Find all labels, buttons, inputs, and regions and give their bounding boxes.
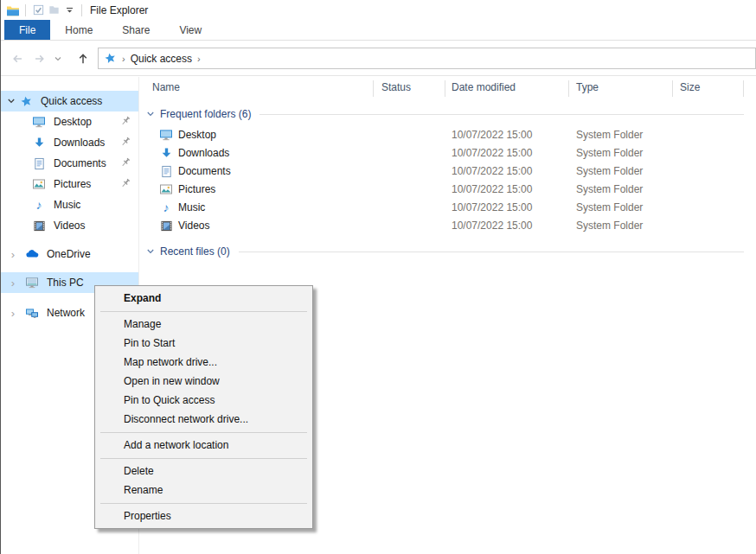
onedrive-icon — [25, 247, 39, 261]
sidebar-item-label: Music — [54, 199, 80, 211]
column-resize-handle[interactable] — [373, 80, 374, 97]
column-header-size[interactable]: Size — [680, 81, 700, 93]
menu-separator — [95, 429, 312, 436]
file-row-downloads[interactable]: Downloads 10/07/2022 15:00 System Folder — [139, 144, 756, 162]
file-date-modified: 10/07/2022 15:00 — [452, 165, 532, 177]
menu-item-manage[interactable]: Manage — [95, 315, 312, 334]
file-explorer-window: File Explorer File Home Share View — [0, 0, 756, 554]
breadcrumb-chevron-icon[interactable]: › — [122, 54, 125, 64]
column-resize-handle[interactable] — [743, 80, 744, 97]
sidebar-item-videos[interactable]: Videos — [1, 215, 138, 236]
breadcrumb-chevron-icon[interactable]: › — [197, 54, 201, 64]
column-resize-handle[interactable] — [568, 80, 569, 97]
menu-item-open-in-new-window[interactable]: Open in new window — [95, 372, 312, 391]
file-row-documents[interactable]: Documents 10/07/2022 15:00 System Folder — [139, 162, 756, 181]
chevron-right-icon[interactable]: › — [7, 307, 19, 320]
menu-item-map-network-drive[interactable]: Map network drive... — [95, 353, 312, 372]
desktop-icon — [32, 115, 46, 129]
tab-home[interactable]: Home — [50, 20, 107, 40]
file-name: Desktop — [178, 129, 216, 141]
chevron-right-icon[interactable]: › — [7, 248, 19, 261]
ribbon-tab-strip: File Home Share View — [1, 20, 756, 41]
menu-item-expand[interactable]: Expand — [95, 289, 312, 308]
sidebar-item-documents[interactable]: Documents — [1, 153, 138, 174]
file-type: System Folder — [576, 201, 643, 213]
sidebar-item-downloads[interactable]: Downloads — [1, 132, 138, 153]
group-header-frequent-folders[interactable]: Frequent folders (6) — [146, 105, 756, 123]
titlebar-separator — [25, 4, 26, 16]
column-resize-handle[interactable] — [672, 80, 673, 97]
group-header-label: Recent files (0) — [160, 245, 230, 258]
documents-icon — [32, 156, 46, 170]
back-icon[interactable] — [6, 48, 29, 70]
tab-view[interactable]: View — [164, 20, 216, 40]
menu-item-add-network-location[interactable]: Add a network location — [95, 436, 312, 455]
music-icon: ♪ — [159, 201, 173, 214]
menu-item-pin-to-start[interactable]: Pin to Start — [95, 334, 312, 353]
sidebar-item-label: Network — [47, 307, 85, 319]
forward-icon[interactable] — [29, 48, 51, 70]
desktop-icon — [159, 128, 173, 142]
breadcrumb-quick-access[interactable]: Quick access — [131, 53, 192, 65]
new-folder-icon[interactable] — [46, 3, 61, 18]
window-title: File Explorer — [90, 4, 148, 16]
column-header-row: Name Status Date modified Type Size — [139, 77, 756, 99]
address-bar[interactable]: › Quick access › — [98, 48, 756, 69]
sidebar-item-pictures[interactable]: Pictures — [1, 174, 138, 194]
file-date-modified: 10/07/2022 15:00 — [452, 220, 532, 232]
file-row-videos[interactable]: Videos 10/07/2022 15:00 System Folder — [139, 217, 756, 235]
group-header-recent-files[interactable]: Recent files (0) — [146, 243, 756, 260]
music-icon: ♪ — [32, 198, 46, 212]
quick-access-star-icon — [104, 52, 117, 65]
tab-share[interactable]: Share — [107, 20, 164, 40]
column-header-type[interactable]: Type — [576, 81, 599, 93]
column-header-status[interactable]: Status — [381, 81, 411, 93]
network-icon — [25, 306, 39, 320]
titlebar-separator — [81, 4, 82, 16]
pin-icon[interactable] — [119, 177, 131, 189]
file-type: System Folder — [576, 147, 643, 159]
menu-item-properties[interactable]: Properties — [95, 506, 312, 525]
file-name: Music — [178, 201, 205, 213]
menu-item-delete[interactable]: Delete — [95, 462, 312, 481]
file-type: System Folder — [576, 165, 643, 177]
chevron-right-icon[interactable]: › — [7, 277, 19, 290]
sidebar-item-label: This PC — [47, 277, 84, 289]
downloads-icon — [159, 146, 173, 160]
menu-separator — [95, 308, 312, 315]
column-resize-handle[interactable] — [445, 80, 445, 97]
sidebar-item-label: Downloads — [54, 137, 105, 149]
recent-locations-chevron-icon[interactable] — [51, 48, 65, 70]
tab-file[interactable]: File — [4, 20, 50, 40]
chevron-down-icon — [146, 110, 155, 118]
videos-icon — [32, 219, 46, 232]
chevron-down-icon — [146, 247, 155, 256]
file-row-desktop[interactable]: Desktop 10/07/2022 15:00 System Folder — [139, 126, 756, 144]
sidebar-item-desktop[interactable]: Desktop — [1, 111, 138, 132]
file-row-music[interactable]: ♪ Music 10/07/2022 15:00 System Folder — [139, 199, 756, 217]
pin-icon[interactable] — [119, 115, 131, 127]
title-bar: File Explorer — [1, 0, 756, 20]
column-header-date-modified[interactable]: Date modified — [452, 81, 516, 93]
quick-access-star-icon — [19, 94, 33, 108]
file-row-pictures[interactable]: Pictures 10/07/2022 15:00 System Folder — [139, 181, 756, 199]
qat-dropdown-icon[interactable] — [61, 3, 77, 18]
chevron-down-icon[interactable] — [7, 97, 19, 105]
menu-item-rename[interactable]: Rename — [95, 481, 312, 500]
context-menu-this-pc: Expand Manage Pin to Start Map network d… — [94, 285, 313, 529]
file-type: System Folder — [576, 220, 643, 232]
pin-icon[interactable] — [119, 136, 131, 148]
file-type: System Folder — [576, 183, 643, 195]
column-header-name[interactable]: Name — [152, 81, 180, 93]
this-pc-icon — [25, 276, 39, 290]
sidebar-item-onedrive[interactable]: › OneDrive — [1, 244, 138, 264]
file-date-modified: 10/07/2022 15:00 — [452, 129, 532, 141]
pin-icon[interactable] — [119, 156, 131, 169]
up-icon[interactable] — [72, 48, 94, 70]
properties-icon[interactable] — [30, 3, 46, 18]
menu-item-pin-to-quick-access[interactable]: Pin to Quick access — [95, 391, 312, 410]
sidebar-item-quick-access[interactable]: Quick access — [1, 91, 138, 111]
sidebar-item-music[interactable]: ♪ Music — [1, 194, 138, 215]
file-date-modified: 10/07/2022 15:00 — [452, 147, 532, 159]
menu-item-disconnect-network-drive[interactable]: Disconnect network drive... — [95, 410, 312, 429]
